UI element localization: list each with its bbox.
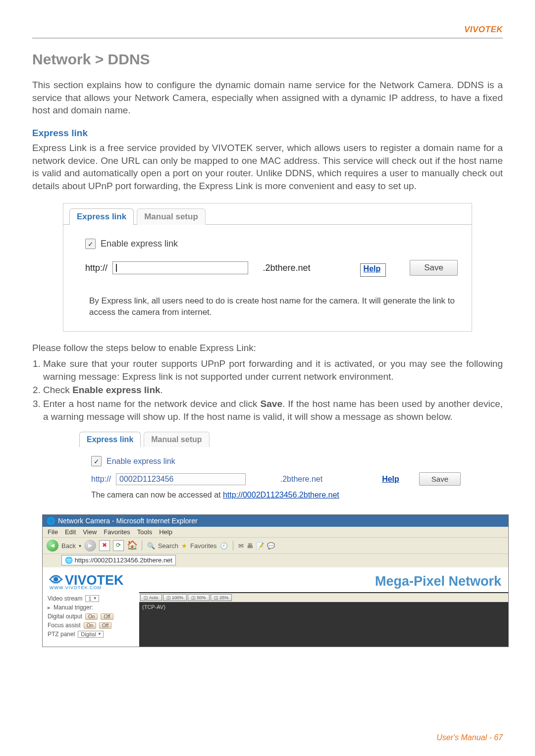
favorites-label: Favorites xyxy=(190,542,216,550)
step-2: Check Enable express link. xyxy=(43,384,503,397)
stream-protocol-tag: (TCP-AV) xyxy=(139,602,175,612)
res-100-button[interactable]: ◫ 100% xyxy=(163,594,187,601)
forward-icon[interactable]: ► xyxy=(84,540,96,552)
browser-title: Network Camera - Microsoft Internet Expl… xyxy=(58,517,198,525)
ptz-panel-label: PTZ panel xyxy=(48,631,75,638)
generated-url-link[interactable]: http://0002D1123456.2bthere.net xyxy=(223,491,339,499)
menu-help[interactable]: Help xyxy=(159,528,172,536)
save-button-2[interactable]: Save xyxy=(419,472,461,486)
help-link[interactable]: Help xyxy=(364,264,381,273)
hostname-input-2[interactable]: 0002D1123456 xyxy=(116,473,246,485)
express-link-paragraph: Express Link is a free service provided … xyxy=(32,142,503,193)
edit-icon[interactable]: 📝 xyxy=(256,542,264,550)
browser-menu-bar: File Edit View Favorites Tools Help xyxy=(43,527,508,537)
express-link-info: By Express link, all users need to do is… xyxy=(89,296,458,318)
history-icon[interactable]: 🕘 xyxy=(220,542,228,550)
menu-file[interactable]: File xyxy=(48,528,58,536)
discuss-icon[interactable]: 💬 xyxy=(267,542,275,550)
menu-view[interactable]: View xyxy=(83,528,97,536)
save-button[interactable]: Save xyxy=(410,260,458,276)
res-25-button[interactable]: ◫ 25% xyxy=(211,594,232,601)
help-link-wrapper: Help xyxy=(360,263,386,277)
res-50-button[interactable]: ◫ 50% xyxy=(188,594,210,601)
express-link-heading: Express link xyxy=(32,128,503,139)
side-panel: Video stream 1 ▸ Manual trigger: Digital… xyxy=(43,592,139,647)
search-icon[interactable]: 🔍 xyxy=(147,542,155,550)
print-icon[interactable]: 🖶 xyxy=(247,542,253,550)
home-icon[interactable]: 🏠 xyxy=(127,541,137,551)
menu-favorites[interactable]: Favorites xyxy=(104,528,130,536)
url-prefix: http:// xyxy=(85,263,107,273)
express-link-success-panel: Express link Manual setup ✓ Enable expre… xyxy=(79,427,466,507)
success-message: The camera can now be accessed at http:/… xyxy=(91,491,461,500)
video-pane: ◫ Auto ◫ 100% ◫ 50% ◫ 25% (TCP-AV) xyxy=(139,592,508,647)
focus-assist-label: Focus assist xyxy=(48,622,81,629)
search-label: Search xyxy=(158,542,178,550)
step-1: Make sure that your router supports UPnP… xyxy=(43,357,503,383)
manual-trigger-label: Manual trigger: xyxy=(54,604,93,611)
video-stream-select[interactable]: 1 xyxy=(85,595,99,602)
address-bar[interactable]: 🌐 https://0002D1123456.2bthere.net xyxy=(61,555,176,565)
url-suffix: .2bthere.net xyxy=(263,263,311,273)
help-link-2[interactable]: Help xyxy=(382,475,399,484)
address-bar-row: 🌐 https://0002D1123456.2bthere.net xyxy=(43,554,508,567)
enable-express-link-label-2: Enable express link xyxy=(107,457,175,466)
ie-icon: 🌐 xyxy=(47,517,55,525)
enable-express-link-label: Enable express link xyxy=(101,239,178,249)
digital-output-on[interactable]: On xyxy=(85,613,98,620)
browser-window: 🌐 Network Camera - Microsoft Internet Ex… xyxy=(42,514,509,647)
res-auto-button[interactable]: ◫ Auto xyxy=(140,594,162,601)
digital-output-off[interactable]: Off xyxy=(101,613,113,620)
brand-header: VIVOTEK xyxy=(32,25,503,39)
url-suffix-2: .2bthere.net xyxy=(280,475,322,484)
intro-paragraph: This section explains how to configure t… xyxy=(32,79,503,117)
page-title: Network > DDNS xyxy=(32,51,503,68)
hostname-input[interactable] xyxy=(112,261,248,274)
digital-output-label: Digital output xyxy=(48,613,82,620)
back-icon[interactable]: ◄ xyxy=(47,540,58,552)
browser-toolbar: ◄ Back ▾ ► ✖ ⟳ 🏠 🔍 Search ★ Favorites 🕘 … xyxy=(43,537,508,554)
back-label: Back xyxy=(61,542,76,550)
tab-manual-setup-2[interactable]: Manual setup xyxy=(144,432,209,447)
video-stream-label: Video stream xyxy=(48,595,82,602)
step-3: Enter a host name for the network device… xyxy=(43,398,503,423)
mail-icon[interactable]: ✉ xyxy=(238,542,244,550)
url-prefix-2: http:// xyxy=(91,475,111,484)
tab-express-link-2[interactable]: Express link xyxy=(79,432,141,447)
ptz-panel-select[interactable]: Digital xyxy=(78,631,104,638)
steps-list: Make sure that your router supports UPnP… xyxy=(32,357,503,423)
enable-express-link-checkbox[interactable]: ✓ xyxy=(85,239,96,249)
stop-icon[interactable]: ✖ xyxy=(99,540,110,551)
enable-express-link-checkbox-2[interactable]: ✓ xyxy=(91,456,102,466)
manual-trigger-expand-icon[interactable]: ▸ xyxy=(48,604,51,611)
refresh-icon[interactable]: ⟳ xyxy=(113,540,124,551)
menu-tools[interactable]: Tools xyxy=(137,528,152,536)
camera-title: Mega-Pixel Network xyxy=(375,574,501,589)
page-footer: User's Manual - 67 xyxy=(436,733,503,742)
tab-manual-setup[interactable]: Manual setup xyxy=(137,208,206,225)
page-icon: 🌐 xyxy=(65,556,73,564)
browser-title-bar: 🌐 Network Camera - Microsoft Internet Ex… xyxy=(43,515,508,527)
favorites-icon[interactable]: ★ xyxy=(181,542,187,550)
focus-assist-off[interactable]: Off xyxy=(99,622,111,629)
express-link-panel: Express link Manual setup ✓ Enable expre… xyxy=(63,203,472,332)
menu-edit[interactable]: Edit xyxy=(65,528,76,536)
steps-intro: Please follow the steps below to enable … xyxy=(32,342,503,354)
tab-express-link[interactable]: Express link xyxy=(69,208,134,225)
focus-assist-on[interactable]: On xyxy=(84,622,96,629)
